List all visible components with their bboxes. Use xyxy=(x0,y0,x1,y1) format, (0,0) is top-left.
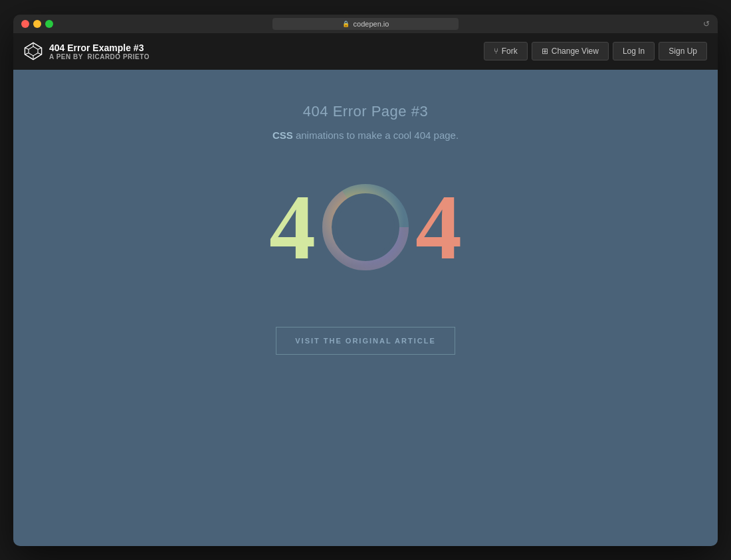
fork-icon: ⑂ xyxy=(494,47,498,56)
brand-area: 404 Error Example #3 A PEN BY Ricardo Pr… xyxy=(24,42,150,60)
traffic-lights xyxy=(21,20,53,28)
signup-button[interactable]: Sign Up xyxy=(659,42,707,60)
refresh-button[interactable]: ↺ xyxy=(703,19,710,29)
svg-point-10 xyxy=(336,198,395,256)
fork-button[interactable]: ⑂ Fork xyxy=(484,42,528,60)
main-content: 404 Error Page #3 CSS animations to make… xyxy=(13,70,718,546)
svg-line-7 xyxy=(25,48,29,49)
svg-line-4 xyxy=(38,53,42,54)
address-bar[interactable]: 🔒 codepen.io xyxy=(272,18,459,30)
codepen-logo xyxy=(24,42,43,60)
nav-actions: ⑂ Fork ⊞ Change View Log In Sign Up xyxy=(484,42,707,60)
zero-svg xyxy=(322,184,409,270)
visit-article-button[interactable]: VISIT THE ORIGINAL ARTICLE xyxy=(276,327,455,355)
page-title: 404 Error Page #3 xyxy=(303,103,428,120)
lock-icon: 🔒 xyxy=(342,21,350,27)
svg-line-3 xyxy=(38,48,42,49)
change-view-icon: ⊞ xyxy=(542,47,548,56)
page-subtitle: CSS animations to make a cool 404 page. xyxy=(272,130,459,141)
four-right: 4 xyxy=(415,181,462,274)
four-left: 4 xyxy=(269,181,316,274)
pen-subtitle: A PEN BY Ricardo Prieto xyxy=(49,53,150,60)
login-button[interactable]: Log In xyxy=(613,42,655,60)
nav-bar: 404 Error Example #3 A PEN BY Ricardo Pr… xyxy=(13,33,718,70)
address-text: codepen.io xyxy=(354,20,389,28)
brand-text: 404 Error Example #3 A PEN BY Ricardo Pr… xyxy=(49,43,150,60)
minimize-button[interactable] xyxy=(33,20,41,28)
svg-marker-1 xyxy=(29,47,38,56)
error-display: 4 xyxy=(269,181,462,274)
close-button[interactable] xyxy=(21,20,29,28)
zero-container xyxy=(322,184,409,270)
title-bar: 🔒 codepen.io ↺ xyxy=(13,15,718,33)
change-view-button[interactable]: ⊞ Change View xyxy=(532,42,609,60)
pen-title: 404 Error Example #3 xyxy=(49,43,150,53)
mac-window: 🔒 codepen.io ↺ 404 Error Example #3 A PE… xyxy=(13,15,718,546)
svg-line-6 xyxy=(25,53,29,54)
maximize-button[interactable] xyxy=(45,20,53,28)
